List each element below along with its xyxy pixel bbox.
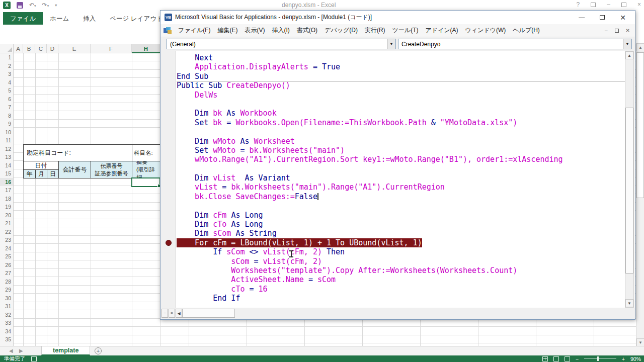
row-header-5[interactable]: 5 [0,86,13,95]
code-line-15[interactable]: vList = bk.Worksheets("main").Range("A1"… [177,183,625,192]
restore-icon[interactable] [621,3,626,7]
vba-menu-item[interactable]: 挿入(I) [268,24,293,37]
zoom-out-icon[interactable]: − [576,356,579,362]
row-header-17[interactable]: 17 [0,186,13,195]
excel-vscroll-thumb[interactable] [636,52,644,198]
ribbon-tab-home[interactable]: ホーム [43,12,76,25]
code-line-20[interactable]: Dim sCom As String [177,229,625,238]
vba-hscroll-thumb[interactable] [182,309,235,318]
cell-accounting-no[interactable]: 会計番号 [58,161,91,178]
vba-menu-item[interactable]: 編集(E) [214,24,241,37]
vba-menu-item[interactable]: 書式(O) [293,24,321,37]
full-module-view-icon[interactable]: ≡ [169,309,175,318]
cell-day[interactable]: 日 [47,169,59,178]
scroll-up-icon[interactable]: ▲ [625,51,633,59]
cell-date-header[interactable]: 日付 [23,161,59,170]
vba-menu-item[interactable]: デバッグ(D) [321,24,361,37]
ribbon-tab-file[interactable]: ファイル [3,12,43,25]
page-break-view-icon[interactable] [565,356,570,361]
mdi-minimize-icon[interactable]: – [605,28,608,33]
column-header-C[interactable]: C [35,44,47,53]
row-header-18[interactable]: 18 [0,195,13,203]
cell-subject-name-label[interactable]: 科目名: [132,144,160,161]
row-header-8[interactable]: 8 [0,112,13,120]
scroll-down-icon[interactable]: ▼ [625,299,633,307]
column-header-F[interactable]: F [91,44,132,53]
scroll-left-icon[interactable]: ◀ [176,309,182,318]
vba-maximize-icon[interactable] [600,15,605,20]
zoom-level[interactable]: 90% [630,356,641,362]
column-header-A[interactable]: A [14,44,23,53]
object-dropdown[interactable]: (General) ▼ [167,39,396,49]
row-header-6[interactable]: 6 [0,95,13,104]
code-line-13[interactable] [177,164,625,173]
sheet-tab-template[interactable]: template [41,346,90,355]
code-line-23[interactable]: sCom = vList(cFm, 2) [177,257,625,266]
selected-cell-h16[interactable] [131,177,160,187]
row-header-12[interactable]: 12 [0,145,13,153]
row-header-9[interactable]: 9 [0,120,13,128]
page-layout-view-icon[interactable] [553,356,559,361]
ribbon-display-options-icon[interactable] [591,3,596,7]
row-header-34[interactable]: 34 [0,327,13,336]
row-header-10[interactable]: 10 [0,128,13,137]
code-line-5[interactable]: DelWs [177,90,625,100]
row-header-27[interactable]: 27 [0,269,13,278]
row-header-33[interactable]: 33 [0,319,13,327]
row-header-16[interactable]: 16 [0,178,13,187]
save-icon[interactable] [17,2,23,9]
vba-close-icon[interactable]: ✕ [620,14,626,22]
row-header-28[interactable]: 28 [0,278,13,286]
mdi-restore-icon[interactable] [615,29,619,33]
row-header-3[interactable]: 3 [0,70,13,78]
code-lines[interactable]: Next Application.DisplayAlerts = TrueEnd… [177,51,625,308]
code-line-3[interactable]: End Sub [177,72,625,81]
row-header-15[interactable]: 15 [0,169,13,178]
vba-menu-item[interactable]: ファイル(F) [175,24,214,37]
row-header-32[interactable]: 32 [0,311,13,319]
code-line-16[interactable]: bk.Close SaveChanges:=False [177,192,625,201]
new-sheet-icon[interactable]: + [95,347,102,354]
procedure-dropdown[interactable]: CreateDenpyo ▼ [398,39,632,49]
procedure-view-icon[interactable]: = [162,309,168,318]
vba-menu-item[interactable]: アドイン(A) [422,24,461,37]
scroll-down-icon[interactable]: ▼ [636,338,644,346]
vba-menu-item[interactable]: ツール(T) [389,24,422,37]
code-line-4[interactable]: Public Sub CreateDenpyo() [177,81,625,90]
vba-vscroll-thumb[interactable] [625,108,633,274]
code-line-14[interactable]: Dim vList As Variant [177,173,625,183]
code-line-19[interactable]: Dim cTo As Long [177,220,625,229]
row-header-30[interactable]: 30 [0,294,13,303]
row-header-23[interactable]: 23 [0,236,13,244]
code-line-18[interactable]: Dim cFm As Long [177,211,625,220]
row-header-13[interactable]: 13 [0,153,13,161]
row-header-1[interactable]: 1 [0,53,13,62]
code-line-25[interactable]: ActiveSheet.Name = sCom [177,275,625,284]
margin-indicator-bar[interactable] [161,51,176,308]
zoom-in-icon[interactable]: + [622,356,625,362]
column-header-B[interactable]: B [23,44,35,53]
dropdown-arrow-icon[interactable]: ▼ [623,39,631,49]
vba-minimize-icon[interactable]: — [579,14,585,21]
cell-year[interactable]: 年 [23,169,36,178]
breakpoint-dot[interactable] [166,240,172,246]
code-line-21[interactable]: For cFm = LBound(vList, 1) + 1 To UBound… [177,238,625,247]
excel-vertical-scrollbar[interactable]: ▲ ▼ [636,43,644,346]
column-header-D[interactable]: D [47,44,58,53]
qat-customize-icon[interactable]: ▾ [55,3,57,8]
row-header-31[interactable]: 31 [0,302,13,311]
zoom-slider-knob[interactable] [597,356,599,361]
row-header-35[interactable]: 35 [0,335,13,344]
code-line-17[interactable] [177,201,625,210]
macro-record-icon[interactable] [31,356,37,361]
row-header-24[interactable]: 24 [0,244,13,253]
row-header-11[interactable]: 11 [0,136,13,145]
code-line-8[interactable]: Set bk = Workbooks.Open(Filename:=ThisWo… [177,118,625,127]
dropdown-arrow-icon[interactable]: ▼ [387,39,395,49]
code-line-24[interactable]: Worksheets("template").Copy After:=Works… [177,266,625,275]
column-header-H[interactable]: H [132,44,160,53]
help-icon[interactable]: ? [577,1,580,8]
row-header-19[interactable]: 19 [0,203,13,211]
row-header-2[interactable]: 2 [0,62,13,70]
select-all-corner[interactable] [0,44,14,53]
